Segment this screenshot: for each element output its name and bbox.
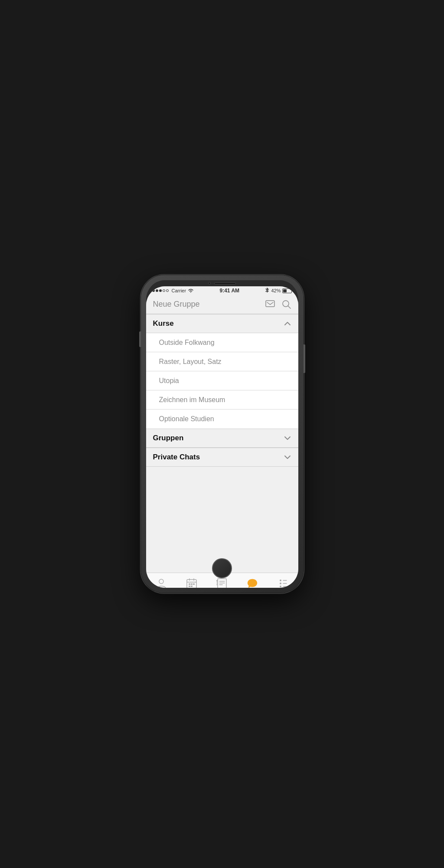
- section-header-gruppen-title: Gruppen: [153, 434, 184, 442]
- list-item-utopia[interactable]: Utopia: [146, 371, 298, 390]
- list-item-utopia-label: Utopia: [159, 377, 179, 385]
- battery-icon: [282, 288, 292, 293]
- chevron-gruppen[interactable]: [284, 434, 291, 442]
- signal-dot-4: [163, 289, 165, 292]
- svg-rect-8: [191, 586, 193, 587]
- carrier-label: Carrier: [172, 288, 186, 293]
- svg-point-2: [159, 579, 163, 583]
- nav-title: Neue Gruppe: [153, 300, 200, 309]
- status-left: Carrier: [152, 288, 194, 293]
- compose-icon[interactable]: [265, 300, 275, 309]
- section-header-gruppen[interactable]: Gruppen: [146, 429, 298, 448]
- battery-percent: 42%: [271, 288, 281, 293]
- tab-profile[interactable]: [146, 573, 176, 588]
- svg-rect-0: [266, 301, 274, 307]
- svg-point-1: [283, 301, 289, 307]
- section-header-kurse[interactable]: Kurse: [146, 314, 298, 333]
- status-right: 42%: [265, 288, 292, 294]
- svg-rect-7: [189, 586, 190, 587]
- svg-rect-6: [193, 583, 195, 585]
- search-icon[interactable]: [282, 300, 291, 309]
- chat-icon: [246, 577, 258, 588]
- svg-rect-4: [189, 583, 190, 585]
- svg-point-13: [280, 580, 281, 581]
- main-content: Kurse Outside Folkwang Raster, Layout, S…: [146, 314, 298, 573]
- empty-area: [146, 467, 298, 554]
- signal-dot-3: [159, 289, 162, 292]
- screen: Carrier 9:41 AM 42%: [146, 286, 298, 588]
- svg-point-14: [280, 583, 281, 584]
- person-icon: [155, 577, 167, 588]
- list-item-zeichnen-im-museum-label: Zeichnen im Museum: [159, 396, 225, 404]
- list-item-outside-folkwang-label: Outside Folkwang: [159, 339, 215, 347]
- bluetooth-icon: [265, 288, 269, 294]
- list-item-raster-layout-satz[interactable]: Raster, Layout, Satz: [146, 352, 298, 371]
- signal-dot-1: [152, 289, 155, 292]
- signal-dots: [152, 289, 169, 292]
- tab-menu[interactable]: [268, 573, 298, 588]
- status-time: 9:41 AM: [220, 288, 240, 294]
- home-button[interactable]: [212, 558, 232, 578]
- list-item-zeichnen-im-museum[interactable]: Zeichnen im Museum: [146, 390, 298, 409]
- camera-dot: [208, 282, 211, 285]
- menu-icon: [277, 577, 289, 588]
- calendar-icon: [186, 577, 198, 588]
- phone-device: Carrier 9:41 AM 42%: [141, 275, 304, 593]
- tab-calendar[interactable]: [176, 573, 207, 588]
- section-header-private-chats[interactable]: Private Chats: [146, 448, 298, 467]
- speaker: [214, 282, 236, 285]
- chevron-private-chats[interactable]: [284, 453, 291, 461]
- top-nav: Neue Gruppe: [146, 295, 298, 314]
- signal-dot-5: [166, 289, 169, 292]
- tab-chat[interactable]: [237, 573, 268, 588]
- nav-icons: [265, 300, 291, 309]
- wifi-icon: [188, 288, 194, 293]
- list-item-raster-layout-satz-label: Raster, Layout, Satz: [159, 358, 222, 366]
- battery-fill: [283, 289, 287, 292]
- section-header-kurse-title: Kurse: [153, 319, 174, 328]
- list-item-outside-folkwang[interactable]: Outside Folkwang: [146, 333, 298, 352]
- list-item-optionale-studien-label: Optionale Studien: [159, 415, 214, 423]
- status-bar: Carrier 9:41 AM 42%: [146, 286, 298, 295]
- chevron-kurse[interactable]: [284, 320, 291, 328]
- top-notch: [146, 280, 298, 286]
- svg-point-15: [280, 586, 281, 587]
- section-header-private-chats-title: Private Chats: [153, 453, 200, 462]
- notes-icon: [216, 577, 228, 588]
- list-item-optionale-studien[interactable]: Optionale Studien: [146, 409, 298, 429]
- signal-dot-2: [156, 289, 158, 292]
- svg-rect-5: [191, 583, 193, 585]
